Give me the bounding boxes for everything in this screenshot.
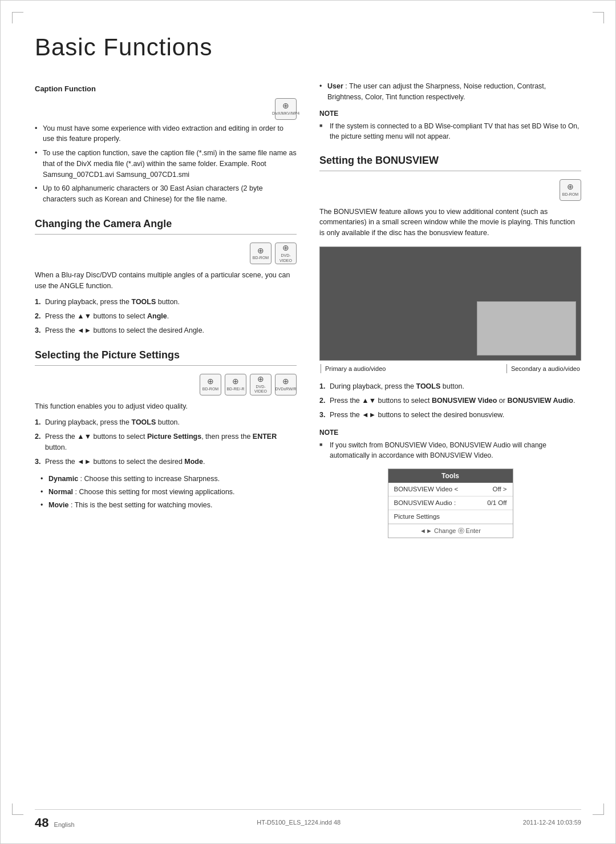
bonusview-section: Setting the BONUSVIEW ⊕ BD-ROM The BONUS… — [319, 153, 581, 538]
caption-bullet-list: You must have some experience with video… — [35, 123, 297, 205]
corner-mark-tl — [12, 12, 23, 23]
bd-rom-ps-icon: ⊕ BD-ROM — [200, 374, 221, 395]
tools-bonusview-video-value: Off > — [492, 484, 506, 494]
bd-re-r-icon: ⊕ BD-RE/-R — [225, 374, 246, 395]
bonusview-secondary-screen — [477, 301, 576, 356]
page-footer: 48 English HT-D5100_ELS_1224.indd 48 201… — [35, 809, 581, 832]
left-column: Caption Function ⊕ DivX/MKV/MP4 You must… — [35, 81, 297, 538]
bv-step-3: 3. Press the ◄► buttons to select the de… — [319, 410, 581, 421]
note-item-ps-1: If the system is connected to a BD Wise-… — [319, 121, 581, 142]
bonusview-note: NOTE If you switch from BONUSVIEW Video,… — [319, 427, 581, 461]
tools-row-bonusview-video: BONUSVIEW Video < Off > — [388, 483, 513, 496]
user-bullet-area: User : The user can adjust the Sharpness… — [319, 81, 581, 142]
tools-row-bonusview-audio: BONUSVIEW Audio : 0/1 Off — [388, 496, 513, 510]
bonusview-steps: 1. During playback, press the TOOLS butt… — [319, 381, 581, 420]
caption-icon-row: ⊕ DivX/MKV/MP4 — [35, 98, 297, 120]
camera-angle-steps: 1. During playback, press the TOOLS butt… — [35, 297, 297, 336]
picture-mode-options: Dynamic : Choose this setting to increas… — [35, 474, 297, 510]
picture-settings-note: NOTE If the system is connected to a BD … — [319, 108, 581, 142]
caption-bullet-3: Up to 60 alphanumeric characters or 30 E… — [35, 183, 297, 205]
secondary-audio-video-label: Secondary a audio/video — [506, 364, 580, 374]
tools-panel-footer: ◄► Change ⓔ Enter — [388, 524, 513, 538]
picture-settings-icons: ⊕ BD-ROM ⊕ BD-RE/-R ⊕ DVD-VIDEO ⊕ DVD±RW… — [35, 374, 297, 395]
bd-rom-bv-icon: ⊕ BD-ROM — [560, 179, 581, 201]
camera-step-1: 1. During playback, press the TOOLS butt… — [35, 297, 297, 308]
user-option: User : The user can adjust the Sharpness… — [319, 81, 581, 103]
bonusview-screenshot — [319, 247, 581, 361]
camera-step-3: 3. Press the ◄► buttons to select the de… — [35, 325, 297, 336]
two-column-layout: Caption Function ⊕ DivX/MKV/MP4 You must… — [35, 81, 581, 538]
corner-mark-br — [593, 803, 604, 815]
caption-section: Caption Function ⊕ DivX/MKV/MP4 You must… — [35, 83, 297, 205]
tools-row-picture-settings: Picture Settings — [388, 510, 513, 524]
camera-angle-icons: ⊕ BD-ROM ⊕ DVD-VIDEO — [35, 243, 297, 264]
movie-option: Movie : This is the best setting for wat… — [40, 500, 297, 511]
note-item-bv-1: If you switch from BONUSVIEW Video, BONU… — [319, 440, 581, 461]
picture-settings-steps: 1. During playback, press the TOOLS butt… — [35, 417, 297, 467]
caption-bullet-1: You must have some experience with video… — [35, 123, 297, 145]
bonusview-icon-row: ⊕ BD-ROM — [319, 179, 581, 201]
ps-step-2: 2. Press the ▲▼ buttons to select Pictur… — [35, 431, 297, 453]
dvd-video-ps-icon: ⊕ DVD-VIDEO — [250, 374, 271, 395]
caption-heading: Caption Function — [35, 83, 297, 95]
corner-mark-tr — [593, 12, 604, 23]
camera-step-2: 2. Press the ▲▼ buttons to select Angle. — [35, 311, 297, 322]
picture-settings-intro: This function enables you to adjust vide… — [35, 401, 297, 412]
bv-step-2: 2. Press the ▲▼ buttons to select BONUSV… — [319, 395, 581, 406]
picture-settings-heading: Selecting the Picture Settings — [35, 348, 297, 366]
divx-mkv-mp4-icon: ⊕ DivX/MKV/MP4 — [275, 98, 297, 120]
primary-audio-video-label: Primary a audio/video — [321, 364, 386, 374]
tools-panel: Tools BONUSVIEW Video < Off > BONUSVIEW … — [388, 469, 513, 538]
page-title: Basic Functions — [35, 29, 581, 65]
bonusview-heading: Setting the BONUSVIEW — [319, 153, 581, 171]
page-wrapper: Basic Functions Caption Function ⊕ DivX/… — [0, 0, 616, 844]
footer-left: HT-D5100_ELS_1224.indd 48 — [257, 818, 341, 827]
page-number: 48 — [35, 815, 48, 830]
footer-right: 2011-12-24 10:03:59 — [523, 818, 581, 827]
tools-panel-header: Tools — [388, 469, 513, 483]
camera-angle-section: Changing the Camera Angle ⊕ BD-ROM ⊕ DVD… — [35, 216, 297, 336]
picture-settings-section: Selecting the Picture Settings ⊕ BD-ROM … — [35, 348, 297, 511]
note-title-bv: NOTE — [319, 427, 581, 438]
note-title-ps: NOTE — [319, 108, 581, 119]
dynamic-option: Dynamic : Choose this setting to increas… — [40, 474, 297, 484]
language-label: English — [54, 821, 75, 828]
bv-step-1: 1. During playback, press the TOOLS butt… — [319, 381, 581, 392]
page-number-area: 48 English — [35, 813, 75, 832]
tools-bonusview-video-label: BONUSVIEW Video < — [394, 484, 459, 494]
ps-step-1: 1. During playback, press the TOOLS butt… — [35, 417, 297, 428]
tools-bonusview-audio-label: BONUSVIEW Audio : — [394, 498, 456, 508]
caption-bullet-2: To use the caption function, save the ca… — [35, 148, 297, 180]
ps-step-3: 3. Press the ◄► buttons to select the de… — [35, 457, 297, 467]
camera-angle-intro: When a Blu-ray Disc/DVD contains multipl… — [35, 270, 297, 292]
tools-bonusview-audio-value: 0/1 Off — [487, 498, 506, 508]
bonusview-intro: The BONUSVIEW feature allows you to view… — [319, 207, 581, 239]
bonusview-labels: Primary a audio/video Secondary a audio/… — [319, 364, 581, 374]
right-column: User : The user can adjust the Sharpness… — [319, 81, 581, 538]
dvd-video-icon: ⊕ DVD-VIDEO — [275, 243, 297, 264]
corner-mark-bl — [12, 803, 23, 815]
normal-option: Normal : Choose this setting for most vi… — [40, 487, 297, 498]
tools-picture-settings-label: Picture Settings — [394, 512, 440, 522]
camera-angle-heading: Changing the Camera Angle — [35, 216, 297, 235]
bd-rom-icon: ⊕ BD-ROM — [250, 243, 271, 264]
dvd-rwr-icon: ⊕ DVD±RW/R — [275, 374, 297, 395]
